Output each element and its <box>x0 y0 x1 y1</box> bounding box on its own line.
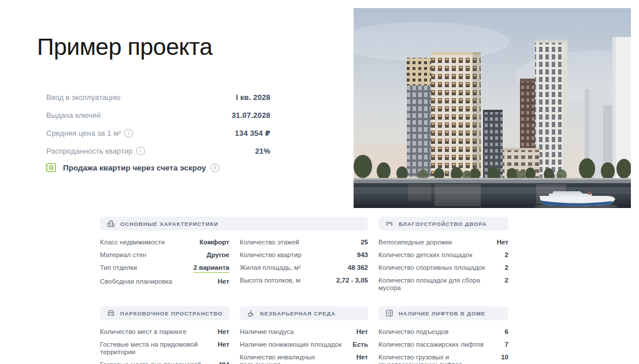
main-characteristics-col1: Класс недвижимости Комфорт Материал стен… <box>100 239 229 297</box>
table-row: Гостевые места вне придомовой территории… <box>100 361 229 364</box>
section-header-main: ОСНОВНЫЕ ХАРАКТЕРИСТИКИ <box>100 217 368 231</box>
fact-label: Ввод в эксплуатацию <box>46 93 120 102</box>
fact-row-avg-price: Средняя цена за 1 м² i 134 354 ₽ <box>46 128 270 138</box>
parking-rows: Количество мест в паркинге Нет Гостевые … <box>100 328 229 364</box>
fact-row-sold-percent: Распроданность квартир i 21% <box>46 146 270 156</box>
city-buildings-icon <box>107 220 115 228</box>
table-row: Количество детских площадок 2 <box>378 251 508 259</box>
section-title: БЛАГОУСТРОЙСТВО ДВОРА <box>399 221 486 227</box>
accessibility-rows: Наличие пандуса Нет Наличие понижающих п… <box>240 328 368 364</box>
summary-facts: Ввод в эксплуатацию I кв. 2028 Выдача кл… <box>46 92 270 164</box>
section-title: НАЛИЧИЕ ЛИФТОВ В ДОМЕ <box>399 310 485 317</box>
table-row: Количество площадок для сбора мусора 2 <box>378 277 508 292</box>
table-row: Материал стен Другое <box>100 251 229 259</box>
table-row: Жилая площадь, м² 48 362 <box>240 264 368 272</box>
section-header-yard: БЛАГОУСТРОЙСТВО ДВОРА <box>378 217 508 231</box>
info-icon[interactable]: i <box>124 129 133 138</box>
fact-label: Средняя цена за 1 м² i <box>46 129 133 138</box>
safe-icon <box>45 162 57 173</box>
table-row: Количество спортивных площадок 2 <box>378 264 508 272</box>
car-icon <box>107 309 115 317</box>
main-characteristics-col2: Количество этажей 25 Количество квартир … <box>240 239 368 297</box>
fact-row-commissioning: Ввод в эксплуатацию I кв. 2028 <box>46 92 270 102</box>
section-header-elevators: НАЛИЧИЕ ЛИФТОВ В ДОМЕ <box>378 306 508 320</box>
elevators-rows: Количество подъездов 6 Количество пассаж… <box>378 328 508 364</box>
table-row: Наличие пандуса Нет <box>240 328 368 336</box>
table-row: Высота потолков, м 2,72 - 3,05 <box>240 277 368 284</box>
fact-label: Распроданность квартир i <box>46 147 145 155</box>
yard-rows: Велосипедные дорожки Нет Количество детс… <box>378 239 508 297</box>
fact-value: 134 354 ₽ <box>235 129 270 138</box>
info-icon[interactable]: i <box>136 147 145 155</box>
elevator-icon <box>385 309 393 317</box>
table-row: Велосипедные дорожки Нет <box>378 239 508 246</box>
escrow-row: Продажа квартир через счета эскроу i <box>45 162 220 173</box>
characteristics-sections: ОСНОВНЫЕ ХАРАКТЕРИСТИКИ БЛАГОУСТРОЙСТВО … <box>100 217 510 364</box>
info-icon[interactable]: i <box>211 164 220 172</box>
table-row: Наличие понижающих площадок Есть <box>240 341 368 348</box>
table-row: Количество инвалидных подъемников Нет <box>240 354 368 364</box>
fact-row-keys: Выдача ключей 31.07.2028 <box>46 110 270 120</box>
bench-icon <box>385 220 393 228</box>
section-header-parking: ПАРКОВОЧНОЕ ПРОСТРАНСТВО <box>100 306 229 320</box>
table-row: Количество квартир 943 <box>240 251 368 259</box>
finishing-options-link[interactable]: 2 варианта <box>194 264 229 273</box>
section-title: ОСНОВНЫЕ ХАРАКТЕРИСТИКИ <box>120 221 218 227</box>
fact-value: I кв. 2028 <box>236 93 270 102</box>
table-row: Количество мест в паркинге Нет <box>100 328 229 336</box>
table-row: Гостевые места на придомовой территории … <box>100 341 229 356</box>
section-title: БЕЗБАРЬЕРНАЯ СРЕДА <box>260 310 336 317</box>
table-row: Свободная планировка Нет <box>100 278 229 285</box>
page-title: Пример проекта <box>37 34 212 61</box>
fact-label: Выдача ключей <box>46 111 101 120</box>
project-render-image <box>354 8 631 208</box>
table-row: Класс недвижимости Комфорт <box>100 239 229 246</box>
section-title: ПАРКОВОЧНОЕ ПРОСТРАНСТВО <box>120 310 222 317</box>
table-row: Количество этажей 25 <box>240 239 368 246</box>
escrow-label: Продажа квартир через счета эскроу i <box>63 164 220 172</box>
fact-value: 21% <box>255 147 270 155</box>
section-header-accessibility: БЕЗБАРЬЕРНАЯ СРЕДА <box>240 306 368 320</box>
table-row: Количество подъездов 6 <box>378 328 508 336</box>
table-row: Количество пассажирских лифтов 7 <box>378 341 508 348</box>
wheelchair-icon <box>247 309 255 317</box>
table-row: Тип отделки 2 варианта <box>100 264 229 273</box>
fact-value: 31.07.2028 <box>232 111 270 120</box>
table-row: Количество грузовых и грузопассажирских … <box>378 354 508 364</box>
